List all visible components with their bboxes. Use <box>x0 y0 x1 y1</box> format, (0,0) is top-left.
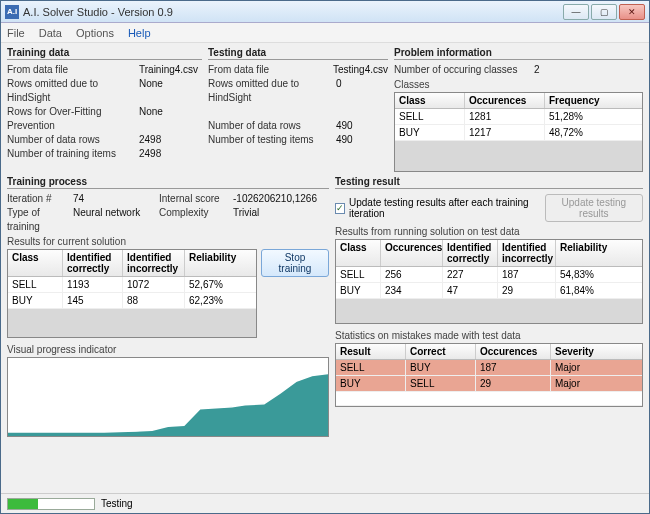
status-text: Testing <box>101 498 133 509</box>
testing-data-panel: Testing data From data fileTesting4.csv … <box>208 47 388 172</box>
table-row: BUYSELL29Major <box>336 376 642 392</box>
progress-fill <box>8 499 38 509</box>
window-title: A.I. Solver Studio - Version 0.9 <box>23 6 563 18</box>
titlebar[interactable]: A.I A.I. Solver Studio - Version 0.9 — ▢… <box>1 1 649 23</box>
menubar: File Data Options Help <box>1 23 649 43</box>
menu-data[interactable]: Data <box>39 27 62 39</box>
status-progress <box>7 498 95 510</box>
app-window: A.I A.I. Solver Studio - Version 0.9 — ▢… <box>0 0 650 514</box>
table-row: BUY234472961,84% <box>336 283 642 299</box>
update-results-button[interactable]: Update testing results <box>545 194 643 222</box>
table-row: SELL128151,28% <box>395 109 642 125</box>
check-icon: ✓ <box>335 203 345 214</box>
menu-help[interactable]: Help <box>128 27 151 39</box>
table-row: SELLBUY187Major <box>336 360 642 376</box>
table-row: SELL25622718754,83% <box>336 267 642 283</box>
app-icon: A.I <box>5 5 19 19</box>
close-button[interactable]: ✕ <box>619 4 645 20</box>
progress-chart <box>7 357 329 437</box>
testing-results-table: Class Occurences Identified correctly Id… <box>335 239 643 324</box>
table-row: BUY121748,72% <box>395 125 642 141</box>
classes-table: Class Occurences Frequency SELL128151,28… <box>394 92 643 172</box>
training-title: Training data <box>7 47 202 60</box>
problem-info-panel: Problem information Number of occuring c… <box>394 47 643 172</box>
statusbar: Testing <box>1 493 649 513</box>
maximize-button[interactable]: ▢ <box>591 4 617 20</box>
menu-options[interactable]: Options <box>76 27 114 39</box>
training-data-panel: Training data From data fileTraining4.cs… <box>7 47 202 172</box>
table-row: SELL1193107252,67% <box>8 277 256 293</box>
training-process-panel: Training process Iteration # 74 Internal… <box>7 176 329 437</box>
update-checkbox[interactable]: ✓ Update testing results after each trai… <box>335 197 529 219</box>
menu-file[interactable]: File <box>7 27 25 39</box>
problem-title: Problem information <box>394 47 643 60</box>
testing-result-panel: Testing result ✓ Update testing results … <box>335 176 643 407</box>
minimize-button[interactable]: — <box>563 4 589 20</box>
table-row: BUY1458862,23% <box>8 293 256 309</box>
training-results-table: Class Identified correctly Identified in… <box>7 249 257 338</box>
stop-training-button[interactable]: Stop training <box>261 249 329 277</box>
testing-title: Testing data <box>208 47 388 60</box>
mistakes-table: Result Correct Occurences Severity SELLB… <box>335 343 643 407</box>
